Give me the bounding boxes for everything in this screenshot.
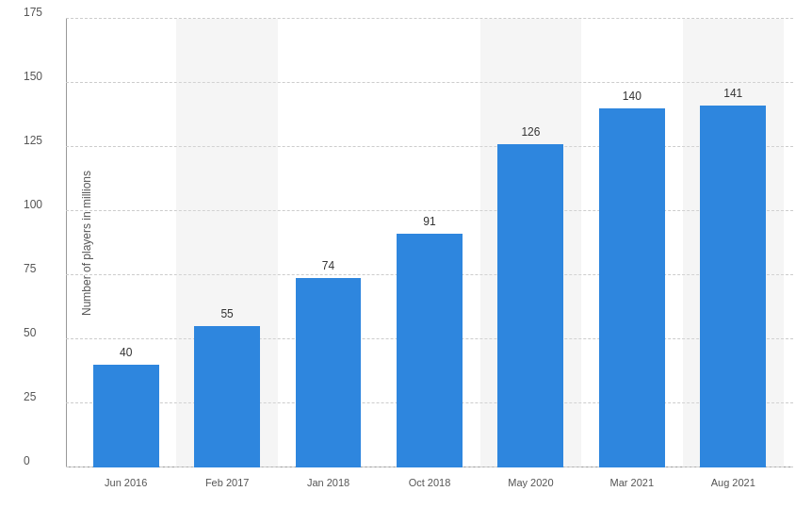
bar-x-label: Jun 2016	[105, 477, 147, 488]
bar: 141	[700, 106, 766, 467]
grid-and-bars: 025507510012515017540Jun 201655Feb 20177…	[66, 19, 793, 467]
bar-value: 126	[521, 125, 540, 139]
bar-value: 141	[723, 87, 742, 100]
grid-label: 100	[24, 198, 42, 211]
grid-label: 75	[24, 262, 36, 275]
grid-label: 50	[24, 326, 36, 339]
bar: 74	[296, 278, 362, 467]
bar-value: 55	[220, 307, 233, 320]
bar: 55	[194, 326, 260, 467]
bar-group: 55Feb 2017	[176, 19, 277, 467]
bar-value: 91	[423, 215, 435, 228]
bar-x-label: Feb 2017	[205, 477, 249, 488]
chart-area: Number of players in millions 0255075100…	[66, 19, 793, 467]
grid-label: 25	[24, 390, 36, 403]
chart-container: Number of players in millions 0255075100…	[0, 0, 812, 524]
bar-x-label: May 2020	[508, 477, 553, 488]
bar-x-label: Mar 2021	[610, 477, 654, 488]
bar: 140	[599, 108, 665, 467]
bar-group: 141Aug 2021	[683, 19, 784, 467]
bar-x-label: Oct 2018	[409, 477, 451, 488]
bar-value: 40	[120, 346, 132, 359]
grid-label: 0	[24, 454, 30, 467]
bar: 126	[497, 144, 563, 467]
bar-value: 140	[623, 90, 641, 103]
grid-label: 125	[24, 134, 42, 147]
bar-group: 74Jan 2018	[278, 19, 379, 467]
bar: 91	[397, 234, 463, 467]
bar-x-label: Jan 2018	[307, 477, 349, 488]
bar-value: 74	[322, 259, 334, 272]
grid-label: 175	[24, 6, 42, 19]
bar-group: 40Jun 2016	[75, 19, 176, 467]
bars-row: 40Jun 201655Feb 201774Jan 201891Oct 2018…	[66, 19, 793, 467]
grid-label: 150	[24, 70, 42, 83]
bar-group: 91Oct 2018	[379, 19, 479, 467]
bar-group: 140Mar 2021	[581, 19, 682, 467]
bar-group: 126May 2020	[480, 19, 581, 467]
bar: 40	[93, 365, 159, 467]
bar-x-label: Aug 2021	[711, 477, 755, 488]
